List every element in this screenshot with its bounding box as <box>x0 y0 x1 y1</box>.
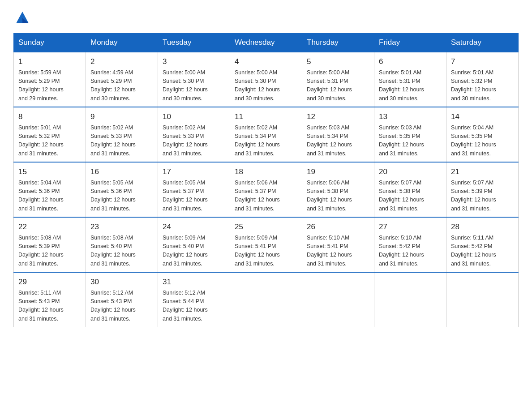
weekday-header-monday: Monday <box>86 34 158 52</box>
day-number: 1 <box>18 56 81 68</box>
day-info: Sunrise: 5:06 AMSunset: 5:37 PMDaylight:… <box>235 179 297 214</box>
calendar-cell: 25Sunrise: 5:09 AMSunset: 5:41 PMDayligh… <box>230 217 302 272</box>
day-info: Sunrise: 5:02 AMSunset: 5:33 PMDaylight:… <box>163 124 225 158</box>
day-number: 20 <box>379 166 442 178</box>
day-info: Sunrise: 5:09 AMSunset: 5:40 PMDaylight:… <box>163 234 225 269</box>
calendar-cell: 20Sunrise: 5:07 AMSunset: 5:38 PMDayligh… <box>374 162 446 217</box>
calendar-cell <box>230 272 302 327</box>
weekday-header-wednesday: Wednesday <box>230 34 302 52</box>
day-number: 15 <box>18 166 81 178</box>
day-info: Sunrise: 5:59 AMSunset: 5:29 PMDaylight:… <box>18 68 81 103</box>
calendar-cell: 16Sunrise: 5:05 AMSunset: 5:36 PMDayligh… <box>86 162 158 217</box>
day-number: 2 <box>90 56 153 68</box>
day-info: Sunrise: 5:00 AMSunset: 5:31 PMDaylight:… <box>307 68 369 103</box>
day-number: 26 <box>307 221 369 233</box>
weekday-header-friday: Friday <box>374 34 446 52</box>
day-info: Sunrise: 5:02 AMSunset: 5:34 PMDaylight:… <box>235 124 297 158</box>
calendar-cell: 10Sunrise: 5:02 AMSunset: 5:33 PMDayligh… <box>158 107 230 162</box>
day-number: 3 <box>163 56 225 68</box>
day-number: 5 <box>307 56 369 68</box>
day-number: 4 <box>235 56 297 68</box>
calendar-cell: 1Sunrise: 5:59 AMSunset: 5:29 PMDaylight… <box>14 52 86 107</box>
day-number: 9 <box>90 111 153 123</box>
day-info: Sunrise: 5:01 AMSunset: 5:32 PMDaylight:… <box>451 68 514 103</box>
calendar-cell <box>446 272 519 327</box>
calendar-cell: 9Sunrise: 5:02 AMSunset: 5:33 PMDaylight… <box>86 107 158 162</box>
weekday-header-saturday: Saturday <box>446 34 519 52</box>
day-number: 18 <box>235 166 297 178</box>
calendar-cell: 27Sunrise: 5:10 AMSunset: 5:42 PMDayligh… <box>374 217 446 272</box>
calendar-cell: 13Sunrise: 5:03 AMSunset: 5:35 PMDayligh… <box>374 107 446 162</box>
calendar-week-row: 29Sunrise: 5:11 AMSunset: 5:43 PMDayligh… <box>14 272 519 327</box>
calendar-cell: 22Sunrise: 5:08 AMSunset: 5:39 PMDayligh… <box>14 217 86 272</box>
calendar-cell: 24Sunrise: 5:09 AMSunset: 5:40 PMDayligh… <box>158 217 230 272</box>
day-info: Sunrise: 5:08 AMSunset: 5:39 PMDaylight:… <box>18 234 81 269</box>
day-number: 13 <box>379 111 442 123</box>
calendar-cell: 21Sunrise: 5:07 AMSunset: 5:39 PMDayligh… <box>446 162 519 217</box>
calendar-cell: 12Sunrise: 5:03 AMSunset: 5:34 PMDayligh… <box>302 107 374 162</box>
calendar-table: SundayMondayTuesdayWednesdayThursdayFrid… <box>13 33 519 327</box>
day-number: 25 <box>235 221 297 233</box>
day-info: Sunrise: 5:05 AMSunset: 5:37 PMDaylight:… <box>163 179 225 214</box>
day-number: 17 <box>163 166 225 178</box>
calendar-cell: 19Sunrise: 5:06 AMSunset: 5:38 PMDayligh… <box>302 162 374 217</box>
weekday-header-thursday: Thursday <box>302 34 374 52</box>
calendar-cell: 18Sunrise: 5:06 AMSunset: 5:37 PMDayligh… <box>230 162 302 217</box>
logo <box>13 9 31 25</box>
day-info: Sunrise: 5:07 AMSunset: 5:39 PMDaylight:… <box>451 179 514 214</box>
logo-icon <box>14 9 30 25</box>
day-info: Sunrise: 5:00 AMSunset: 5:30 PMDaylight:… <box>163 68 225 103</box>
calendar-cell: 30Sunrise: 5:12 AMSunset: 5:43 PMDayligh… <box>86 272 158 327</box>
day-number: 12 <box>307 111 369 123</box>
day-number: 29 <box>18 276 81 288</box>
day-info: Sunrise: 5:01 AMSunset: 5:32 PMDaylight:… <box>18 124 81 158</box>
day-number: 6 <box>379 56 442 68</box>
day-info: Sunrise: 5:04 AMSunset: 5:35 PMDaylight:… <box>451 124 514 158</box>
calendar-cell: 11Sunrise: 5:02 AMSunset: 5:34 PMDayligh… <box>230 107 302 162</box>
calendar-cell: 4Sunrise: 5:00 AMSunset: 5:30 PMDaylight… <box>230 52 302 107</box>
calendar-cell: 2Sunrise: 4:59 AMSunset: 5:29 PMDaylight… <box>86 52 158 107</box>
day-number: 11 <box>235 111 297 123</box>
calendar-cell: 5Sunrise: 5:00 AMSunset: 5:31 PMDaylight… <box>302 52 374 107</box>
calendar-cell: 14Sunrise: 5:04 AMSunset: 5:35 PMDayligh… <box>446 107 519 162</box>
day-info: Sunrise: 5:12 AMSunset: 5:43 PMDaylight:… <box>90 289 153 324</box>
calendar-week-row: 22Sunrise: 5:08 AMSunset: 5:39 PMDayligh… <box>14 217 519 272</box>
calendar-cell <box>374 272 446 327</box>
day-info: Sunrise: 5:05 AMSunset: 5:36 PMDaylight:… <box>90 179 153 214</box>
calendar-cell: 28Sunrise: 5:11 AMSunset: 5:42 PMDayligh… <box>446 217 519 272</box>
day-number: 27 <box>379 221 442 233</box>
day-number: 19 <box>307 166 369 178</box>
calendar-cell: 17Sunrise: 5:05 AMSunset: 5:37 PMDayligh… <box>158 162 230 217</box>
calendar-cell: 3Sunrise: 5:00 AMSunset: 5:30 PMDaylight… <box>158 52 230 107</box>
calendar-cell: 8Sunrise: 5:01 AMSunset: 5:32 PMDaylight… <box>14 107 86 162</box>
day-number: 28 <box>451 221 514 233</box>
day-info: Sunrise: 5:03 AMSunset: 5:35 PMDaylight:… <box>379 124 442 158</box>
calendar-cell: 31Sunrise: 5:12 AMSunset: 5:44 PMDayligh… <box>158 272 230 327</box>
day-info: Sunrise: 5:12 AMSunset: 5:44 PMDaylight:… <box>163 289 225 324</box>
day-number: 7 <box>451 56 514 68</box>
day-number: 23 <box>90 221 153 233</box>
calendar-week-row: 1Sunrise: 5:59 AMSunset: 5:29 PMDaylight… <box>14 52 519 107</box>
calendar-cell: 29Sunrise: 5:11 AMSunset: 5:43 PMDayligh… <box>14 272 86 327</box>
calendar-week-row: 8Sunrise: 5:01 AMSunset: 5:32 PMDaylight… <box>14 107 519 162</box>
day-info: Sunrise: 5:00 AMSunset: 5:30 PMDaylight:… <box>235 68 297 103</box>
day-info: Sunrise: 5:03 AMSunset: 5:34 PMDaylight:… <box>307 124 369 158</box>
calendar-cell: 6Sunrise: 5:01 AMSunset: 5:31 PMDaylight… <box>374 52 446 107</box>
day-number: 14 <box>451 111 514 123</box>
day-info: Sunrise: 5:11 AMSunset: 5:43 PMDaylight:… <box>18 289 81 324</box>
day-info: Sunrise: 5:11 AMSunset: 5:42 PMDaylight:… <box>451 234 514 269</box>
calendar-cell: 26Sunrise: 5:10 AMSunset: 5:41 PMDayligh… <box>302 217 374 272</box>
day-info: Sunrise: 5:09 AMSunset: 5:41 PMDaylight:… <box>235 234 297 269</box>
day-number: 30 <box>90 276 153 288</box>
day-info: Sunrise: 5:01 AMSunset: 5:31 PMDaylight:… <box>379 68 442 103</box>
calendar-cell <box>302 272 374 327</box>
day-info: Sunrise: 5:07 AMSunset: 5:38 PMDaylight:… <box>379 179 442 214</box>
day-info: Sunrise: 5:06 AMSunset: 5:38 PMDaylight:… <box>307 179 369 214</box>
calendar-cell: 23Sunrise: 5:08 AMSunset: 5:40 PMDayligh… <box>86 217 158 272</box>
calendar-cell: 7Sunrise: 5:01 AMSunset: 5:32 PMDaylight… <box>446 52 519 107</box>
day-info: Sunrise: 5:08 AMSunset: 5:40 PMDaylight:… <box>90 234 153 269</box>
day-number: 8 <box>18 111 81 123</box>
day-number: 31 <box>163 276 225 288</box>
weekday-header-sunday: Sunday <box>14 34 86 52</box>
day-info: Sunrise: 5:04 AMSunset: 5:36 PMDaylight:… <box>18 179 81 214</box>
